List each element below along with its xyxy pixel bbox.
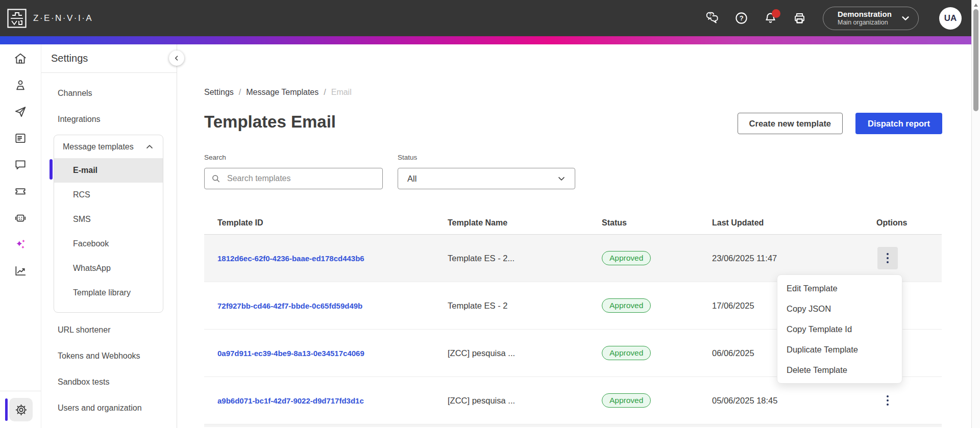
chevron-down-icon [556,173,567,184]
rail-item-conversations[interactable] [0,152,41,178]
active-indicator [50,159,53,180]
help-button[interactable]: ? [734,12,748,25]
rail-item-bots[interactable] [0,205,41,231]
question-glyph: ? [709,12,712,17]
search-box [204,168,383,189]
template-id-link[interactable]: 72f927bb-cd46-42f7-bbde-0c65fd59d49b [217,301,362,310]
rail-item-ai[interactable] [0,231,41,258]
chat-bubble-icon [14,158,27,171]
breadcrumb-separator: / [239,86,241,98]
line-chart-icon [14,264,27,278]
breadcrumb-current: Email [331,86,352,98]
column-header-template-id: Template ID [204,218,448,228]
dispatch-report-button[interactable]: Dispatch report [855,113,942,134]
breadcrumb-message-templates[interactable]: Message Templates [246,86,318,98]
scroll-up-arrow-icon[interactable] [974,4,978,7]
breadcrumb-separator: / [324,86,326,98]
group-label: Message templates [63,142,134,152]
sidebar-item-integrations[interactable]: Integrations [41,106,177,132]
user-avatar[interactable]: UA [939,7,962,30]
create-new-template-button[interactable]: Create new template [738,113,843,134]
last-updated: 05/06/2025 18:45 [712,396,863,406]
robot-icon [14,211,27,224]
table-row: a9b6d071-bc1f-42d7-9022-d9d717fd3d1c [ZC… [204,377,942,424]
breadcrumb-settings[interactable]: Settings [204,86,234,98]
template-id-link[interactable]: 0a97d911-ec39-4be9-8a13-0e34517c4069 [217,349,364,358]
search-input[interactable] [226,173,382,184]
printer-icon [793,11,806,25]
status-selected-value: All [407,174,416,184]
rail-item-reports[interactable] [0,125,41,152]
help-circle-icon: ? [734,11,748,25]
last-updated: 23/06/2025 11:47 [712,254,863,263]
collapse-panel-button[interactable] [169,51,184,66]
dots-vertical-icon [887,395,889,397]
sidebar-item-url-shortener[interactable]: URL shortener [41,317,177,343]
status-field-group: Status All [398,154,575,189]
scrollbar-thumb[interactable] [973,9,978,111]
template-name: Template ES - 2 [448,301,602,311]
notification-badge [772,9,780,18]
menu-item-edit-template[interactable]: Edit Template [777,278,902,298]
sidebar-item-sms[interactable]: SMS [54,207,163,232]
row-options-button[interactable] [877,247,898,269]
support-chat-button[interactable]: ? [705,12,719,25]
table-footer-strip [204,424,942,427]
rail-item-home[interactable] [0,45,41,72]
status-select[interactable]: All [398,168,575,189]
brand[interactable]: Z·E·N·V·I·A [7,9,93,28]
header-actions: Create new template Dispatch report [738,113,942,134]
menu-item-duplicate-template[interactable]: Duplicate Template [777,339,902,360]
rail-item-tickets[interactable] [0,178,41,205]
notifications-button[interactable] [764,12,777,25]
active-indicator [5,398,8,421]
sidebar-item-email[interactable]: E-mail [54,158,163,183]
rail-item-analytics[interactable] [0,258,41,284]
search-field-group: Search [204,154,383,189]
organization-name: Demonstration [838,10,898,19]
column-header-template-name: Template Name [448,218,602,228]
print-report-button[interactable] [793,12,806,25]
sidebar-item-rcs[interactable]: RCS [54,183,163,207]
status-badge: Approved [602,251,651,265]
gear-icon [15,404,28,416]
zenvia-app: Z·E·N·V·I·A ? [0,0,980,428]
rail-item-settings-active[interactable] [9,398,33,421]
sidebar-item-tokens-webhooks[interactable]: Tokens and Webhooks [41,343,177,369]
rail-item-dispatches[interactable] [0,98,41,125]
sidebar-item-template-library[interactable]: Template library [54,281,163,305]
message-templates-group-header[interactable]: Message templates [54,135,163,158]
rail-bottom [0,391,41,428]
table-header-row: Template ID Template Name Status Last Up… [204,212,942,235]
panel-title: Settings [41,44,177,73]
search-icon [211,173,221,184]
status-label: Status [398,154,575,161]
template-id-link[interactable]: a9b6d071-bc1f-42d7-9022-d9d717fd3d1c [217,396,364,405]
sidebar-item-facebook[interactable]: Facebook [54,232,163,256]
sidebar-item-channels[interactable]: Channels [41,80,177,106]
document-icon [14,132,27,145]
template-name: [ZCC] pesquisa ... [448,396,602,406]
sidebar-item-whatsapp[interactable]: WhatsApp [54,256,163,281]
rail-item-contacts[interactable] [0,72,41,98]
sidebar-item-sandbox-tests[interactable]: Sandbox tests [41,369,177,395]
brand-gradient-bar [0,36,980,44]
column-header-last-updated: Last Updated [712,218,863,228]
send-icon [14,105,27,118]
home-icon [14,52,27,65]
row-options-context-menu: Edit Template Copy JSON Copy Template Id… [777,274,902,384]
vertical-scrollbar[interactable] [971,0,980,428]
template-id-link[interactable]: 1812d6ec-62f0-4236-baae-ed178cd443b6 [217,254,364,263]
message-templates-group: Message templates E-mail RCS SMS Faceboo… [54,135,163,313]
chevron-down-icon [899,12,912,25]
row-options-button[interactable] [877,389,898,412]
menu-item-delete-template[interactable]: Delete Template [777,360,902,380]
template-name: Template ES - 2... [448,254,602,263]
organization-switcher[interactable]: Demonstration Main organization [823,7,919,30]
brand-text: Z·E·N·V·I·A [33,13,93,23]
template-name: [ZCC] pesquisa ... [448,348,602,358]
menu-item-copy-template-id[interactable]: Copy Template Id [777,319,902,339]
menu-item-copy-json[interactable]: Copy JSON [777,298,902,319]
sidebar-item-users-organization[interactable]: Users and organization [41,395,177,421]
person-icon [14,79,27,92]
